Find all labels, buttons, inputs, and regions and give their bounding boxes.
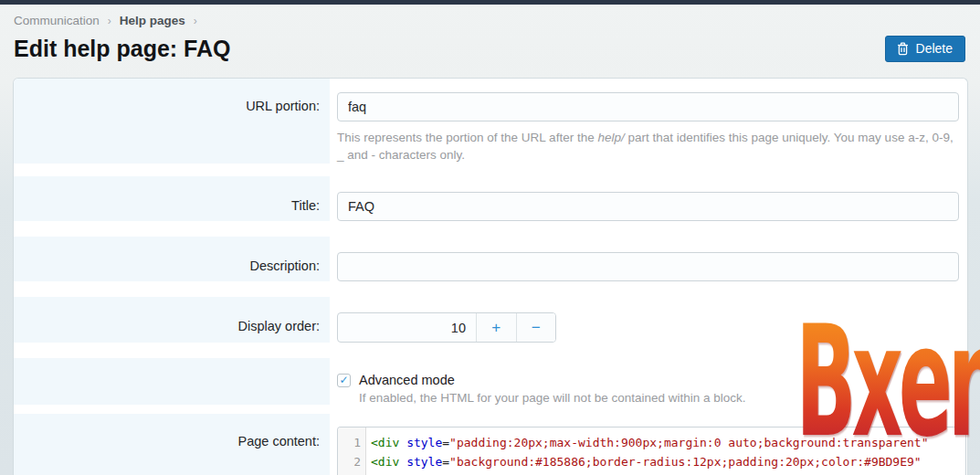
code-line[interactable]: <div style="padding:20px;max-width:900px… <box>371 433 965 452</box>
code-line[interactable]: <div style="background:#185886;border-ra… <box>371 452 965 471</box>
line-number: 1 <box>338 433 365 452</box>
advanced-mode-explanation: If enabled, the HTML for your page will … <box>337 391 959 405</box>
form-row-title: Title: <box>14 176 967 237</box>
breadcrumb-help-pages[interactable]: Help pages <box>120 14 185 27</box>
checkmark-icon: ✓ <box>339 374 348 386</box>
form-row-advanced-mode: ✓ Advanced mode If enabled, the HTML for… <box>14 358 967 414</box>
description-label: Description: <box>14 237 330 281</box>
advanced-mode-checkbox[interactable]: ✓ <box>337 374 351 387</box>
page-header: Communication › Help pages › Edit help p… <box>0 5 980 62</box>
form-row-url-portion: URL portion: This represents the portion… <box>14 79 967 176</box>
title-input[interactable] <box>337 192 959 221</box>
breadcrumb-separator-icon: › <box>194 15 197 27</box>
display-order-input[interactable] <box>338 313 476 342</box>
description-input[interactable] <box>337 252 959 281</box>
editor-line-number-gutter: 12 <box>338 428 366 475</box>
advanced-mode-label-cell <box>14 358 330 405</box>
url-portion-explanation: This represents the portion of the URL a… <box>337 130 959 164</box>
page-content-code-editor[interactable]: 12 <div style="padding:20px;max-width:90… <box>337 427 966 475</box>
breadcrumb-separator-icon: › <box>108 15 111 27</box>
editor-code-area[interactable]: <div style="padding:20px;max-width:900px… <box>366 428 965 475</box>
line-number: 2 <box>338 452 365 471</box>
increment-button[interactable]: + <box>476 313 516 342</box>
title-label: Title: <box>14 176 330 221</box>
edit-help-page-form: URL portion: This represents the portion… <box>13 78 968 475</box>
decrement-button[interactable]: − <box>516 313 556 342</box>
trash-icon <box>897 42 909 56</box>
form-row-display-order: Display order: + − <box>14 297 967 358</box>
url-portion-input[interactable] <box>337 92 959 121</box>
breadcrumb: Communication › Help pages › <box>14 14 965 27</box>
breadcrumb-communication[interactable]: Communication <box>14 14 100 27</box>
page-title: Edit help page: FAQ <box>14 36 231 62</box>
page-content-label: Page content: <box>14 414 330 475</box>
delete-button[interactable]: Delete <box>885 36 965 62</box>
display-order-stepper: + − <box>337 312 556 343</box>
display-order-label: Display order: <box>14 297 330 343</box>
form-row-description: Description: <box>14 237 967 297</box>
url-portion-label: URL portion: <box>14 79 330 164</box>
delete-button-label: Delete <box>916 41 953 56</box>
advanced-mode-label[interactable]: Advanced mode <box>359 373 455 387</box>
form-row-page-content: Page content: 12 <div style="padding:20p… <box>14 414 967 475</box>
